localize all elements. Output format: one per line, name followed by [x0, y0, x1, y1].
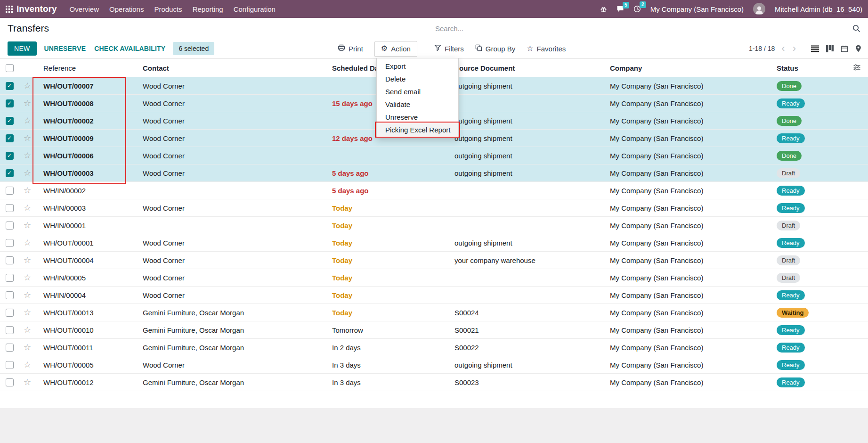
favorite-star-icon[interactable]: ☆ [24, 308, 31, 317]
table-row[interactable]: ☆ WH/IN/00002 5 days ago My Company (San… [0, 182, 868, 199]
action-menu-item[interactable]: Delete [377, 73, 458, 85]
search-icon[interactable] [852, 25, 860, 33]
action-menu-item[interactable]: Validate [377, 98, 458, 111]
nav-item-configuration[interactable]: Configuration [228, 0, 281, 18]
app-name[interactable]: Inventory [16, 4, 57, 14]
table-row[interactable]: ☆ WH/OUT/00001 Wood Corner Today outgoin… [0, 234, 868, 252]
column-settings-icon[interactable] [853, 64, 860, 72]
avatar[interactable] [753, 3, 765, 15]
row-checkbox[interactable] [6, 326, 14, 334]
activities-icon[interactable]: 2 [633, 5, 641, 13]
table-row[interactable]: ☆ WH/IN/00005 Wood Corner Today My Compa… [0, 269, 868, 287]
messages-icon[interactable]: 5 [617, 6, 624, 13]
table-row[interactable]: ☆ WH/OUT/00013 Gemini Furniture, Oscar M… [0, 304, 868, 321]
favorites-button[interactable]: ☆ Favorites [526, 42, 567, 56]
favorite-star-icon[interactable]: ☆ [24, 186, 31, 195]
favorite-star-icon[interactable]: ☆ [24, 238, 31, 247]
table-row[interactable]: ☆ WH/IN/00003 Wood Corner Today My Compa… [0, 199, 868, 217]
favorite-star-icon[interactable]: ☆ [24, 291, 31, 299]
table-row[interactable]: ☆ WH/OUT/00010 Gemini Furniture, Oscar M… [0, 321, 868, 339]
row-checkbox[interactable] [6, 344, 14, 352]
column-header-status[interactable]: Status [773, 64, 844, 72]
action-menu: ExportDeleteSend emailValidateUnreserveP… [376, 58, 459, 138]
table-row[interactable]: ☆ WH/IN/00001 Today My Company (San Fran… [0, 217, 868, 234]
favorite-star-icon[interactable]: ☆ [24, 221, 31, 230]
select-all-checkbox[interactable] [6, 64, 14, 72]
search-input[interactable] [434, 24, 848, 33]
row-checkbox[interactable] [6, 309, 14, 317]
table-row[interactable]: ✓ ☆ WH/OUT/00006 Wood Corner outgoing sh… [0, 147, 868, 164]
action-menu-item[interactable]: Picking Excel Report [377, 123, 458, 136]
nav-item-products[interactable]: Products [149, 0, 187, 18]
table-row[interactable]: ☆ WH/IN/00004 Wood Corner Today My Compa… [0, 287, 868, 304]
table-row[interactable]: ☆ WH/OUT/00012 Gemini Furniture, Oscar M… [0, 374, 868, 391]
filters-button[interactable]: Filters [433, 41, 465, 56]
favorite-star-icon[interactable]: ☆ [24, 82, 31, 90]
new-button[interactable]: NEW [8, 41, 37, 56]
favorite-star-icon[interactable]: ☆ [24, 99, 31, 107]
action-button[interactable]: ⚙ Action [374, 41, 417, 57]
column-header-source-document[interactable]: Source Document [453, 64, 608, 72]
row-checkbox[interactable]: ✓ [6, 169, 14, 177]
reference-cell: WH/OUT/00003 [36, 169, 137, 177]
debug-icon[interactable] [600, 6, 607, 13]
action-menu-item[interactable]: Export [377, 60, 458, 73]
kanban-view-icon[interactable] [826, 45, 834, 52]
map-view-icon[interactable] [855, 45, 861, 52]
row-checkbox[interactable] [6, 256, 14, 264]
table-row[interactable]: ☆ WH/OUT/00005 Wood Corner In 3 days out… [0, 356, 868, 374]
calendar-view-icon[interactable] [841, 45, 848, 52]
favorite-star-icon[interactable]: ☆ [24, 378, 31, 386]
row-checkbox[interactable] [6, 274, 14, 282]
group-by-button[interactable]: Group By [474, 41, 516, 56]
favorite-star-icon[interactable]: ☆ [24, 273, 31, 282]
reference-cell: WH/IN/00002 [36, 187, 137, 195]
favorite-star-icon[interactable]: ☆ [24, 204, 31, 212]
row-checkbox[interactable] [6, 204, 14, 212]
row-checkbox[interactable]: ✓ [6, 134, 14, 142]
status-badge: Ready [777, 203, 805, 213]
row-checkbox[interactable] [6, 239, 14, 247]
nav-item-reporting[interactable]: Reporting [187, 0, 228, 18]
favorite-star-icon[interactable]: ☆ [24, 169, 31, 177]
check-availability-button[interactable]: CHECK AVAILABILITY [93, 42, 166, 55]
row-checkbox[interactable]: ✓ [6, 152, 14, 160]
print-button[interactable]: Print [337, 41, 364, 56]
action-menu-item[interactable]: Send email [377, 85, 458, 98]
favorite-star-icon[interactable]: ☆ [24, 361, 31, 369]
table-row[interactable]: ✓ ☆ WH/OUT/00003 Wood Corner 5 days ago … [0, 164, 868, 182]
favorite-star-icon[interactable]: ☆ [24, 256, 31, 264]
row-checkbox[interactable] [6, 222, 14, 230]
favorite-star-icon[interactable]: ☆ [24, 116, 31, 125]
pager-prev-icon[interactable]: ‹ [780, 43, 786, 54]
nav-item-operations[interactable]: Operations [104, 0, 149, 18]
apps-menu-icon[interactable] [6, 6, 13, 13]
table-row[interactable]: ☆ WH/OUT/00011 Gemini Furniture, Oscar M… [0, 339, 868, 356]
status-badge: Ready [777, 238, 805, 248]
user-menu[interactable]: Mitchell Admin (db_16_540) [775, 5, 862, 13]
table-row[interactable]: ☆ WH/OUT/00004 Wood Corner Today your co… [0, 252, 868, 269]
row-checkbox[interactable]: ✓ [6, 99, 14, 107]
unreserve-button[interactable]: UNRESERVE [43, 42, 87, 55]
list-view-icon[interactable] [811, 45, 819, 52]
favorite-star-icon[interactable]: ☆ [24, 151, 31, 160]
column-header-company[interactable]: Company [608, 64, 773, 72]
column-header-contact[interactable]: Contact [137, 64, 330, 72]
row-checkbox[interactable] [6, 187, 14, 195]
favorite-star-icon[interactable]: ☆ [24, 326, 31, 334]
row-checkbox[interactable] [6, 291, 14, 299]
row-checkbox[interactable]: ✓ [6, 82, 14, 90]
favorite-star-icon[interactable]: ☆ [24, 343, 31, 352]
company-cell: My Company (San Francisco) [608, 239, 773, 247]
column-header-reference[interactable]: Reference [36, 64, 137, 72]
nav-item-overview[interactable]: Overview [65, 0, 105, 18]
row-checkbox[interactable] [6, 378, 14, 386]
pager-next-icon[interactable]: › [792, 43, 797, 54]
row-checkbox[interactable]: ✓ [6, 117, 14, 125]
source-document-cell: outgoing shipment [453, 152, 608, 160]
favorite-star-icon[interactable]: ☆ [24, 134, 31, 142]
row-checkbox[interactable] [6, 361, 14, 369]
action-menu-item[interactable]: Unreserve [377, 111, 458, 123]
search-bar[interactable] [434, 24, 860, 33]
company-switcher[interactable]: My Company (San Francisco) [650, 5, 744, 13]
